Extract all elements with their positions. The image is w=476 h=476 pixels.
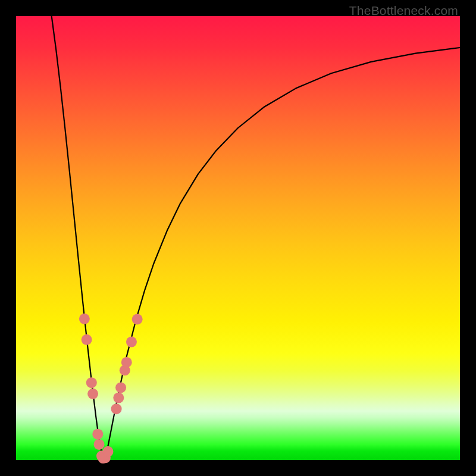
chart-overlay (0, 0, 476, 476)
data-marker (79, 314, 90, 324)
chart-frame: TheBottleneck.com (0, 0, 476, 476)
data-marker (94, 439, 105, 450)
data-marker (92, 429, 103, 440)
data-marker (113, 393, 124, 403)
data-marker (132, 314, 143, 325)
data-marker (87, 389, 98, 399)
bottleneck-curve (52, 16, 460, 458)
data-marker (126, 337, 137, 347)
data-marker (121, 357, 132, 368)
data-marker (102, 446, 113, 457)
data-marker (86, 377, 97, 388)
data-marker (115, 382, 126, 393)
data-marker (111, 403, 122, 414)
data-marker (82, 334, 92, 345)
